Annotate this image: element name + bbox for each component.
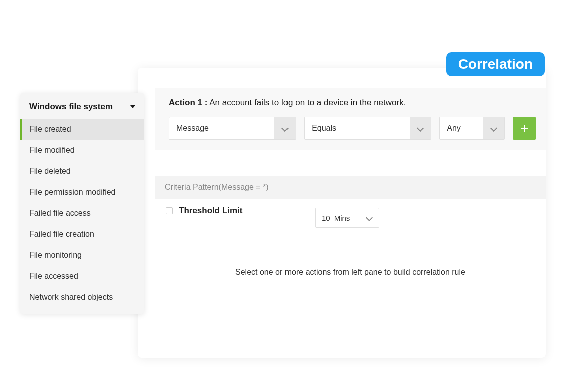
chevron-down-icon — [274, 117, 296, 139]
sidebar-item-label: File modified — [29, 146, 75, 154]
action-title-text: An account fails to log on to a device i… — [207, 98, 406, 107]
sidebar-item-label: File created — [29, 125, 71, 133]
main-card: Action 1 : An account fails to log on to… — [138, 68, 546, 358]
action-panel: Action 1 : An account fails to log on to… — [155, 88, 546, 150]
threshold-label: Threshold Limit — [179, 206, 243, 216]
plus-icon: + — [520, 121, 528, 135]
hint-text: Select one or more actions from left pan… — [155, 268, 546, 277]
action-title: Action 1 : An account fails to log on to… — [169, 98, 536, 108]
sidebar-item-label: File accessed — [29, 272, 78, 280]
sidebar-title: Windows file system — [29, 102, 113, 112]
sidebar-header[interactable]: Windows file system — [20, 93, 144, 119]
threshold-value: 10 — [322, 214, 330, 222]
sidebar-item-label: Network shared objects — [29, 293, 113, 301]
sidebar-item-label: File deleted — [29, 167, 71, 175]
action-title-prefix: Action 1 : — [169, 98, 207, 107]
sidebar-item[interactable]: Failed file access — [20, 203, 144, 224]
sidebar-item-label: Failed file access — [29, 209, 91, 217]
operator-select[interactable]: Equals — [304, 117, 431, 140]
operator-select-label: Equals — [305, 124, 410, 133]
chevron-down-icon — [483, 117, 504, 139]
sidebar-item[interactable]: File monitoring — [20, 245, 144, 266]
action-controls: Message Equals Any + — [169, 117, 536, 140]
threshold-unit: Mins — [334, 214, 366, 222]
threshold-interval-select[interactable]: 10 Mins — [315, 208, 379, 228]
threshold-checkbox[interactable] — [166, 207, 173, 214]
sidebar-item-label: Failed file creation — [29, 230, 94, 238]
correlation-badge: Correlation — [446, 52, 545, 76]
field-select-label: Message — [169, 124, 274, 133]
sidebar-item-label: File monitoring — [29, 251, 82, 259]
sidebar: Windows file system File createdFile mod… — [20, 93, 144, 314]
chevron-down-icon — [410, 117, 431, 139]
add-criteria-button[interactable]: + — [513, 117, 536, 140]
chevron-down-icon — [366, 214, 373, 221]
caret-down-icon — [130, 105, 135, 108]
value-select[interactable]: Any — [439, 117, 505, 140]
field-select[interactable]: Message — [169, 117, 296, 140]
value-select-label: Any — [440, 124, 483, 133]
criteria-pattern: Criteria Pattern(Message = *) — [155, 176, 546, 199]
sidebar-item[interactable]: File created — [20, 119, 144, 140]
sidebar-item-label: File permission modified — [29, 188, 116, 196]
sidebar-item[interactable]: Network shared objects — [20, 287, 144, 308]
sidebar-item[interactable]: File permission modified — [20, 182, 144, 203]
sidebar-item[interactable]: Failed file creation — [20, 224, 144, 245]
sidebar-item[interactable]: File modified — [20, 140, 144, 161]
sidebar-item[interactable]: File accessed — [20, 266, 144, 287]
sidebar-item[interactable]: File deleted — [20, 161, 144, 182]
